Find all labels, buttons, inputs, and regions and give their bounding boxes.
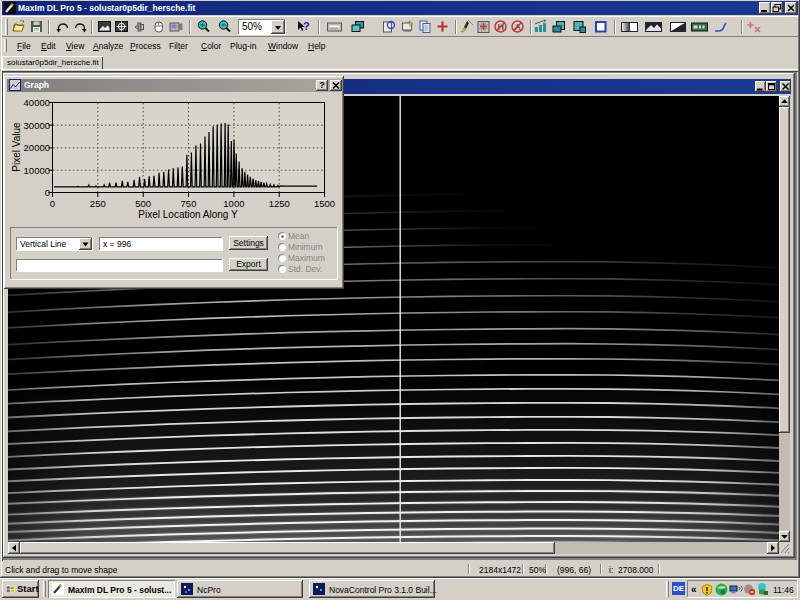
svg-text:10000: 10000 (24, 165, 50, 176)
svg-text:30000: 30000 (24, 120, 50, 131)
svg-text:Pixel Location Along Y: Pixel Location Along Y (138, 209, 238, 220)
svg-text:20000: 20000 (24, 142, 50, 153)
svg-text:0: 0 (45, 187, 50, 198)
svg-text:1000: 1000 (223, 198, 244, 209)
svg-text:750: 750 (181, 198, 197, 209)
svg-text:40000: 40000 (24, 97, 50, 108)
svg-text:0: 0 (50, 198, 55, 209)
svg-text:1250: 1250 (269, 198, 290, 209)
svg-text:1500: 1500 (314, 198, 335, 209)
svg-text:Pixel Value: Pixel Value (11, 122, 22, 172)
svg-text:?: ? (303, 20, 310, 32)
svg-text:250: 250 (90, 198, 106, 209)
svg-text:500: 500 (135, 198, 151, 209)
